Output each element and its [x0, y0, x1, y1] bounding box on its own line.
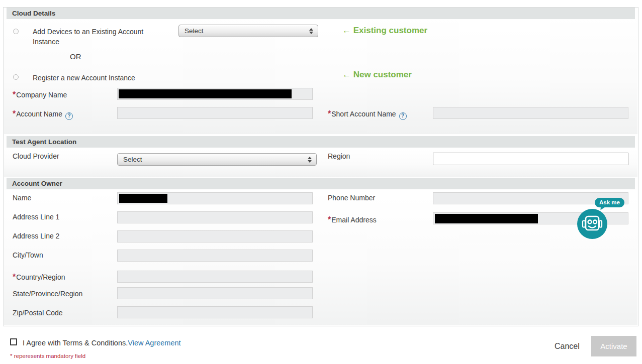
or-separator: OR	[70, 52, 81, 61]
email-address-label: *Email Address	[328, 215, 377, 224]
agree-text: I Agree with Terms & Conditions.View Agr…	[23, 339, 181, 347]
cancel-button[interactable]: Cancel	[555, 342, 580, 351]
address-line-2-input[interactable]	[117, 230, 313, 242]
cloud-details-header: Cloud Details	[7, 8, 635, 19]
city-town-label: City/Town	[13, 251, 43, 259]
existing-account-radio[interactable]	[13, 29, 19, 34]
new-customer-annotation: ← New customer	[342, 70, 412, 80]
state-province-region-input[interactable]	[117, 287, 313, 299]
company-name-label: *Company Name	[13, 90, 67, 99]
city-town-input[interactable]	[117, 250, 313, 262]
phone-number-label: Phone Number	[328, 194, 375, 202]
test-agent-location-header: Test Agent Location	[7, 136, 635, 148]
address-line-1-label: Address Line 1	[13, 213, 59, 221]
country-region-label: *Country/Region	[13, 273, 65, 282]
help-icon[interactable]: ?	[65, 112, 73, 120]
cloud-provider-select[interactable]: Select	[117, 153, 317, 166]
chatbot-icon[interactable]	[577, 209, 607, 239]
required-asterisk: *	[13, 273, 16, 281]
select-spinner-icon	[308, 157, 312, 163]
region-input[interactable]	[433, 153, 628, 165]
name-redaction	[119, 194, 167, 203]
required-asterisk: *	[13, 90, 16, 99]
existing-account-radio-label: Add Devices to an Existing Account Insta…	[33, 27, 159, 47]
select-spinner-icon	[309, 28, 313, 34]
region-label: Region	[328, 152, 350, 160]
state-province-region-label: State/Province/Region	[13, 290, 82, 298]
activate-button[interactable]: Activate	[591, 336, 636, 356]
required-asterisk: *	[328, 109, 331, 118]
existing-account-select[interactable]: Select	[178, 25, 318, 37]
existing-customer-annotation: ← Existing customer	[342, 26, 427, 36]
email-address-redaction	[435, 214, 538, 223]
company-name-redaction	[119, 89, 292, 98]
name-label: Name	[13, 194, 31, 202]
cloud-provider-select-value: Select	[123, 156, 308, 163]
existing-account-select-value: Select	[185, 27, 309, 35]
account-owner-section-bg	[4, 190, 637, 325]
account-owner-header: Account Owner	[7, 178, 635, 189]
short-account-name-input[interactable]	[433, 107, 628, 119]
account-name-input[interactable]	[117, 107, 313, 119]
short-account-name-label: *Short Account Name?	[328, 109, 407, 120]
zip-postal-code-label: Zip/Postal Code	[13, 309, 63, 317]
help-icon[interactable]: ?	[399, 112, 407, 120]
robot-icon	[577, 209, 607, 239]
new-account-radio[interactable]	[13, 74, 19, 80]
account-name-label: *Account Name?	[13, 109, 73, 120]
mandatory-field-note: * reperesents mandatory field	[10, 353, 85, 359]
address-line-2-label: Address Line 2	[13, 232, 59, 240]
country-region-input[interactable]	[117, 271, 313, 283]
address-line-1-input[interactable]	[117, 211, 313, 223]
agree-checkbox[interactable]	[10, 338, 17, 345]
view-agreement-link[interactable]: View Agreement	[128, 339, 180, 347]
cloud-provider-label: Cloud Provider	[13, 152, 59, 160]
agree-label: I Agree with Terms & Conditions.	[23, 339, 128, 347]
required-asterisk: *	[13, 109, 16, 118]
chatbot-bubble[interactable]: Ask me	[595, 198, 624, 207]
required-asterisk: *	[328, 215, 331, 224]
zip-postal-code-input[interactable]	[117, 306, 313, 318]
new-account-radio-label: Register a new Account Instance	[33, 73, 135, 83]
